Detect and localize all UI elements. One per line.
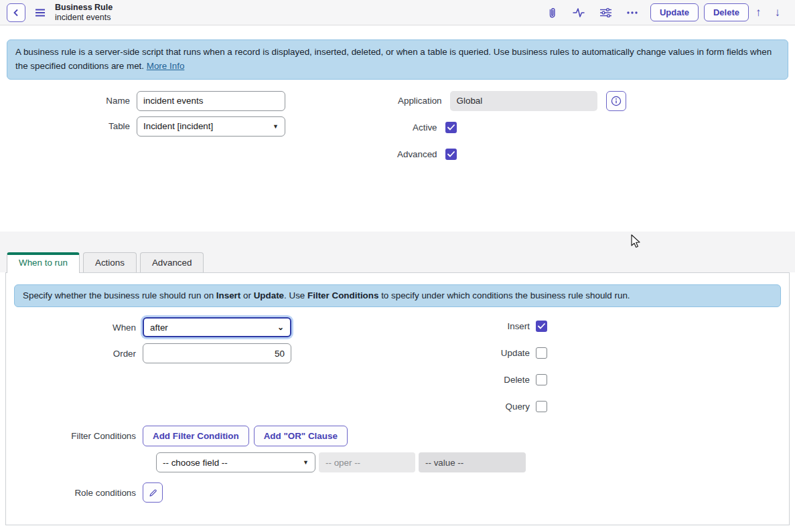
query-label: Query <box>506 402 536 412</box>
filter-conditions-label: Filter Conditions <box>6 431 143 441</box>
chevron-left-icon <box>12 9 20 17</box>
page-subtitle: incident events <box>55 13 113 23</box>
delete-button[interactable]: Delete <box>704 3 749 21</box>
back-button[interactable] <box>7 3 25 22</box>
tab-strip: When to run Actions Advanced <box>0 232 795 272</box>
tab-actions[interactable]: Actions <box>83 252 137 273</box>
header-bar: Business Rule incident events Update Del… <box>0 0 795 25</box>
operator-select-disabled: -- oper -- <box>319 452 415 472</box>
context-menu-icon[interactable] <box>35 8 46 17</box>
when-select[interactable]: after ⌄ <box>143 317 291 337</box>
choose-field-select[interactable]: -- choose field -- ▼ <box>156 452 315 472</box>
tab-when-to-run[interactable]: When to run <box>7 252 80 273</box>
previous-record-icon[interactable]: ↑ <box>755 6 762 19</box>
when-to-run-panel: Specify whether the business rule should… <box>5 272 790 525</box>
advanced-checkbox[interactable] <box>445 149 457 160</box>
query-checkbox[interactable] <box>536 401 547 412</box>
operation-checkboxes: Insert Update Delete Query <box>403 317 547 424</box>
banner2-bold-filter: Filter Conditions <box>307 290 378 300</box>
business-rule-info-banner: A business rule is a server-side script … <box>7 39 788 80</box>
banner2-bold-insert: Insert <box>216 290 240 300</box>
add-filter-condition-button[interactable]: Add Filter Condition <box>143 426 249 446</box>
update-operation-label: Update <box>501 348 536 358</box>
table-label: Table <box>0 121 137 131</box>
when-label: When <box>6 323 143 333</box>
add-or-clause-button[interactable]: Add "OR" Clause <box>254 426 348 446</box>
insert-checkbox[interactable] <box>536 321 547 332</box>
delete-checkbox[interactable] <box>536 374 547 385</box>
application-field: Global <box>450 91 597 111</box>
banner2-text: or <box>240 290 253 300</box>
more-info-link[interactable]: More Info <box>147 61 185 71</box>
dropdown-arrow-icon: ▼ <box>303 459 309 466</box>
banner2-text: to specify under which conditions the bu… <box>378 290 630 300</box>
dropdown-chevron-icon: ⌄ <box>277 323 284 332</box>
banner2-text: Specify whether the business rule should… <box>23 290 216 300</box>
order-label: Order <box>6 349 143 359</box>
page-title: Business Rule <box>55 3 113 13</box>
pencil-icon <box>148 488 158 498</box>
table-select[interactable]: Incident [incident] ▼ <box>137 116 285 137</box>
application-label: Application <box>398 96 450 106</box>
choose-field-value: -- choose field -- <box>163 458 228 468</box>
attachment-icon[interactable] <box>547 7 558 19</box>
banner2-text: . Use <box>284 290 307 300</box>
active-label: Active <box>413 122 445 132</box>
active-checkbox[interactable] <box>445 122 457 133</box>
banner2-bold-update: Update <box>254 290 284 300</box>
when-select-value: after <box>150 323 168 333</box>
record-form-header-fields: Name incident events Table Incident [inc… <box>0 91 795 191</box>
delete-operation-label: Delete <box>504 375 536 385</box>
table-select-value: Incident [incident] <box>143 121 213 131</box>
banner-text: A business rule is a server-side script … <box>15 47 772 71</box>
personalize-form-icon[interactable] <box>599 7 612 18</box>
activity-stream-icon[interactable] <box>573 7 585 18</box>
dropdown-arrow-icon: ▼ <box>273 123 279 130</box>
record-title: Business Rule incident events <box>55 3 113 23</box>
update-checkbox[interactable] <box>536 347 547 359</box>
filter-condition-row: -- choose field -- ▼ -- oper -- -- value… <box>156 452 789 472</box>
value-field-disabled: -- value -- <box>419 452 526 472</box>
tab-advanced[interactable]: Advanced <box>140 252 204 273</box>
more-options-icon[interactable] <box>627 11 638 14</box>
role-conditions-label: Role conditions <box>6 488 143 498</box>
when-to-run-info-banner: Specify whether the business rule should… <box>14 284 781 308</box>
update-button[interactable]: Update <box>650 3 699 21</box>
application-info-button[interactable] <box>606 91 626 111</box>
name-label: Name <box>0 96 137 106</box>
edit-role-conditions-button[interactable] <box>143 482 163 503</box>
record-form-right-column: Application Global Active Advanced <box>397 91 626 171</box>
insert-label: Insert <box>508 321 536 331</box>
order-input[interactable]: 50 <box>143 343 291 363</box>
name-input[interactable]: incident events <box>137 91 285 111</box>
next-record-icon[interactable]: ↓ <box>775 6 781 19</box>
advanced-label: Advanced <box>397 149 445 159</box>
info-icon <box>611 96 622 106</box>
